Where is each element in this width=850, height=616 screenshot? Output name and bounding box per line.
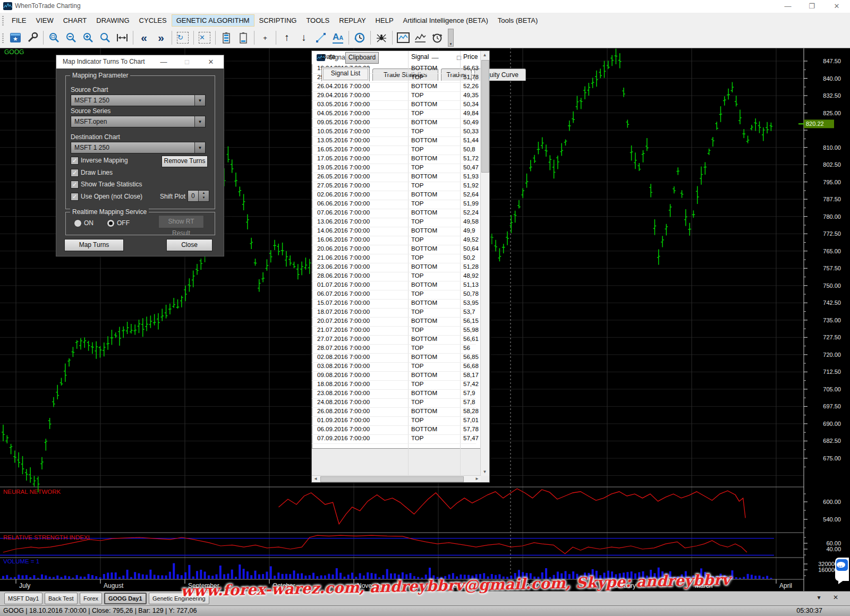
- column-header-price[interactable]: Price: [463, 53, 478, 61]
- table-row[interactable]: 29.04.2016 7:00:00TOP49,35: [312, 91, 476, 101]
- signal-table-vscrollbar[interactable]: ▲ ▼: [480, 51, 489, 476]
- alarm-clock-icon[interactable]: [430, 30, 445, 45]
- checkbox-show-trade-statistics[interactable]: ✓: [71, 181, 79, 189]
- table-row[interactable]: 09.08.2016 7:00:00BOTTOM58,17: [312, 371, 476, 381]
- toolbar-overflow-handle[interactable]: ▾: [448, 29, 454, 47]
- table-row[interactable]: 04.05.2016 7:00:00TOP49,84: [312, 109, 476, 119]
- source-series-select[interactable]: MSFT.open ▼: [71, 116, 206, 127]
- menu-item-help[interactable]: HELP: [371, 14, 398, 27]
- chevron-down-icon[interactable]: ▼: [194, 116, 205, 127]
- table-row[interactable]: 21.06.2016 7:00:00TOP50,2: [312, 254, 476, 263]
- menu-item-scripting[interactable]: SCRIPTING: [254, 14, 302, 27]
- table-row[interactable]: 23.08.2016 7:00:00BOTTOM57,9: [312, 389, 476, 399]
- menu-item-artificial-intelligence-beta-[interactable]: Artificial Intelligence (BETA): [398, 14, 493, 27]
- column-header-signal[interactable]: Signal: [411, 53, 429, 61]
- scroll-down-icon[interactable]: ▼: [481, 468, 489, 476]
- map-close-icon[interactable]: ✕: [202, 55, 220, 69]
- table-row[interactable]: 03.08.2016 7:00:00TOP56,68: [312, 362, 476, 372]
- table-row[interactable]: 09.05.2016 7:00:00BOTTOM50,49: [312, 118, 476, 128]
- column-header-date[interactable]: Date: [322, 53, 335, 61]
- menu-item-cycles[interactable]: CYCLES: [134, 14, 172, 27]
- menu-item-chart[interactable]: CHART: [58, 14, 92, 27]
- menu-item-file[interactable]: FILE: [7, 14, 31, 27]
- plus-icon[interactable]: +: [258, 30, 273, 45]
- table-row[interactable]: 26.05.2016 7:00:00BOTTOM51,93: [312, 173, 476, 182]
- wrench-icon[interactable]: [25, 30, 40, 45]
- zoom-window-icon[interactable]: [47, 30, 62, 45]
- chart-window-icon[interactable]: [396, 30, 411, 45]
- map-minimize-button[interactable]: —: [155, 55, 173, 69]
- table-row[interactable]: 27.07.2016 7:00:00BOTTOM56,61: [312, 335, 476, 345]
- table-row[interactable]: 27.05.2016 7:00:00TOP51,92: [312, 182, 476, 191]
- table-row[interactable]: 03.05.2016 7:00:00BOTTOM50,34: [312, 100, 476, 110]
- window-restore-button[interactable]: ❐: [804, 2, 820, 11]
- map-maximize-button[interactable]: □: [178, 55, 196, 69]
- remote-support-bubble[interactable]: ↔: [835, 558, 849, 581]
- chevron-down-icon[interactable]: ▼: [194, 95, 205, 106]
- table-row[interactable]: 20.06.2016 7:00:00BOTTOM50,64: [312, 245, 476, 254]
- strip-controls[interactable]: ▾ ✕: [818, 594, 844, 601]
- vscroll-thumb[interactable]: [481, 60, 489, 173]
- zoom-in-icon[interactable]: [81, 30, 96, 45]
- table-row[interactable]: 16.05.2016 7:00:00TOP50,8: [312, 146, 476, 155]
- chart-tab-msft-day1[interactable]: MSFT Day1: [4, 593, 42, 604]
- battery-empty-icon[interactable]: [236, 30, 251, 45]
- table-row[interactable]: 16.06.2016 7:00:00TOP49,52: [312, 236, 476, 245]
- table-row[interactable]: 18.07.2016 7:00:00TOP53,7: [312, 308, 476, 318]
- table-row[interactable]: 01.09.2016 7:00:00TOP57,01: [312, 416, 476, 426]
- chevron-down-icon[interactable]: ▼: [194, 142, 205, 153]
- table-row[interactable]: 15.07.2016 7:00:00BOTTOM53,95: [312, 299, 476, 309]
- table-row[interactable]: 01.07.2016 7:00:00BOTTOM51,13: [312, 281, 476, 290]
- table-row[interactable]: 26.04.2016 7:00:00BOTTOM52,26: [312, 82, 476, 92]
- table-row[interactable]: 28.07.2016 7:00:00TOP56: [312, 344, 476, 354]
- table-row[interactable]: 06.06.2016 7:00:00TOP51,99: [312, 200, 476, 209]
- toolbar-drag-handle[interactable]: [2, 32, 4, 43]
- menu-item-tools-beta-[interactable]: Tools (BETA): [493, 14, 543, 27]
- table-row[interactable]: 17.05.2016 7:00:00BOTTOM51,72: [312, 155, 476, 164]
- map-close-button[interactable]: Close: [166, 239, 212, 251]
- spinner-arrows-icon[interactable]: ▲▼: [198, 191, 209, 201]
- clipboard-button[interactable]: Clipboard: [345, 52, 379, 64]
- signal-table-hscrollbar[interactable]: ◄ ►: [312, 475, 481, 482]
- new-window-icon[interactable]: ★: [8, 30, 23, 45]
- table-row[interactable]: 20.07.2016 7:00:00BOTTOM56,15: [312, 317, 476, 327]
- zoom-out-icon[interactable]: [64, 30, 79, 45]
- map-dialog-titlebar[interactable]: Map Indicator Turns To Chart: [56, 55, 224, 69]
- battery-full-icon[interactable]: [219, 30, 234, 45]
- checkbox-inverse-mapping[interactable]: ✓: [71, 157, 79, 165]
- font-icon[interactable]: AA: [330, 30, 345, 45]
- menu-drag-handle[interactable]: [2, 15, 4, 25]
- chart-tab-goog-day1[interactable]: GOOG Day1: [104, 593, 147, 604]
- checkbox-draw-lines[interactable]: ✓: [71, 169, 79, 177]
- scroll-right-icon[interactable]: »: [154, 30, 168, 45]
- table-row[interactable]: 02.06.2016 7:00:00BOTTOM52,64: [312, 191, 476, 200]
- table-row[interactable]: 19.05.2016 7:00:00TOP50,47: [312, 164, 476, 173]
- shift-plot-stepper[interactable]: 0 ▲▼: [188, 190, 209, 202]
- table-row[interactable]: 21.07.2016 7:00:00TOP55,98: [312, 326, 476, 336]
- chart-tab-back-test[interactable]: Back Test: [45, 593, 78, 604]
- select-clear-icon[interactable]: ✕: [197, 30, 212, 45]
- table-row[interactable]: 07.06.2016 7:00:00BOTTOM52,24: [312, 209, 476, 218]
- scroll-up-icon[interactable]: ▲: [481, 51, 489, 59]
- table-row[interactable]: 13.06.2016 7:00:00TOP49,58: [312, 218, 476, 227]
- select-refresh-icon[interactable]: ↻: [175, 30, 190, 45]
- checkbox-use-open-not-close-[interactable]: ✓: [71, 193, 79, 201]
- fit-width-icon[interactable]: [115, 30, 130, 45]
- hscroll-thumb[interactable]: [320, 476, 464, 482]
- table-row[interactable]: 02.08.2016 7:00:00BOTTOM56,85: [312, 353, 476, 363]
- table-row[interactable]: 14.06.2016 7:00:00BOTTOM49,9: [312, 227, 476, 236]
- map-turns-button[interactable]: Map Turns: [64, 239, 124, 251]
- table-row[interactable]: 28.06.2016 7:00:00TOP48,92: [312, 272, 476, 281]
- menu-item-drawing[interactable]: DRAWING: [91, 14, 134, 27]
- menu-item-genetic-algorithm[interactable]: GENETIC ALGORITHM: [172, 14, 254, 27]
- table-row[interactable]: 26.08.2016 7:00:00BOTTOM58,28: [312, 407, 476, 417]
- draw-line-icon[interactable]: [313, 30, 328, 45]
- table-row[interactable]: 06.07.2016 7:00:00TOP50,78: [312, 290, 476, 300]
- remove-turns-button[interactable]: Remove Turns: [162, 156, 208, 167]
- rt-off-radio[interactable]: [107, 219, 115, 227]
- table-row[interactable]: 23.06.2016 7:00:00BOTTOM51,28: [312, 263, 476, 272]
- menu-item-tools[interactable]: TOOLS: [301, 14, 334, 27]
- destination-chart-select[interactable]: MSFT 1 250 ▼: [71, 142, 206, 153]
- arrow-down-icon[interactable]: ↓: [296, 30, 311, 45]
- spider-icon[interactable]: [374, 30, 389, 45]
